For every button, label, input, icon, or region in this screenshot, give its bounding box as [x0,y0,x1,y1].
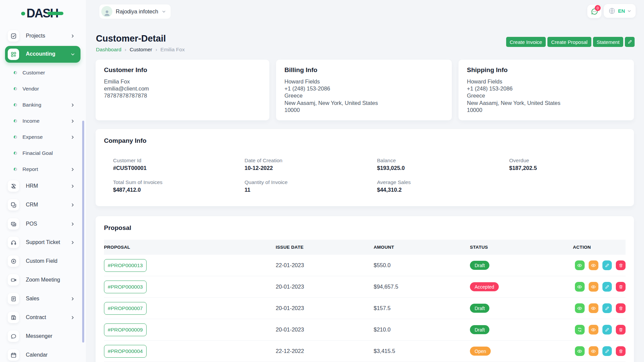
column-action: ACTION [573,245,626,250]
card-title: Shipping Info [467,66,626,74]
sidebar-item-banking[interactable]: Banking [0,98,86,112]
sidebar-item-custom-field[interactable]: Custom Field [0,254,86,268]
globe-icon [608,7,616,15]
sidebar-item-accounting[interactable]: Accounting [5,46,80,63]
convert-button[interactable] [575,325,585,335]
edit-button[interactable] [602,282,612,292]
preview-button[interactable] [589,303,598,313]
sidebar-item-projects[interactable]: Projects [0,28,86,43]
language-selector[interactable]: EN [604,4,636,18]
sidebar-item-vendor[interactable]: Vendor [0,82,86,96]
delete-button[interactable] [616,260,626,270]
sidebar-item-label: POS [26,221,37,227]
preview-button[interactable] [589,325,598,335]
chevron-right-icon [70,222,75,226]
sidebar-item-report[interactable]: Report [0,163,86,176]
breadcrumb-customer[interactable]: Customer [130,47,152,53]
view-button[interactable] [575,346,585,356]
edit-button[interactable] [602,260,612,270]
column-amount: AMOUNT [374,245,470,250]
proposal-link[interactable]: #PROP000009 [104,323,147,336]
table-header: PROPOSAL ISSUE DATE AMOUNT STATUS ACTION [104,240,626,255]
edit-button[interactable] [602,325,612,335]
delete-button[interactable] [616,303,626,313]
chevron-right-icon [70,315,75,320]
support-ticket-icon [8,237,19,248]
sidebar-item-zoom-meeting[interactable]: Zoom Meeting [0,273,86,287]
messages-button[interactable]: 0 [587,5,601,18]
card-title: Proposal [104,224,626,232]
create-invoice-button[interactable]: Create Invoice [506,37,546,47]
amount: $157.5 [374,305,470,311]
view-button[interactable] [575,282,585,292]
proposal-card: Proposal PROPOSAL ISSUE DATE AMOUNT STAT… [96,216,634,362]
preview-button[interactable] [589,282,598,292]
zoom-meeting-icon [8,274,19,286]
chevron-right-icon [70,203,75,207]
customer-phone: 78787878787878 [104,92,261,99]
bullet-icon [14,103,17,107]
status-badge: Open [470,347,491,356]
proposal-link[interactable]: #PROP000013 [104,259,147,272]
logo-dash-bar [47,12,63,15]
pos-icon [8,218,19,230]
sidebar-item-messenger[interactable]: Messenger [0,329,86,344]
sidebar-item-finacial-goal[interactable]: Finacial Goal [0,146,86,160]
bullet-icon [14,152,17,155]
proposal-link[interactable]: #PROP000004 [104,345,147,358]
sidebar-item-expense[interactable]: Expense [0,130,86,144]
chevron-right-icon [70,103,75,107]
language-code: EN [618,8,625,14]
workspace-name: Rajodiya infotech [116,8,158,15]
edit-button[interactable] [602,346,612,356]
statement-button[interactable]: Statement [593,37,623,47]
view-button[interactable] [575,303,585,313]
proposal-link[interactable]: #PROP000007 [104,302,147,315]
billing-zip: 10000 [284,107,443,114]
sidebar-item-crm[interactable]: CRM [0,197,86,212]
status-badge: Draft [470,304,489,313]
create-proposal-button[interactable]: Create Proposal [547,37,591,47]
billing-name: Howard Fields [284,78,443,85]
projects-icon [8,30,19,42]
delete-button[interactable] [616,282,626,292]
sidebar-item-label: Custom Field [26,258,57,264]
edit-button[interactable] [602,303,612,313]
sidebar: DASH Projects Accounting Customer Vendor… [0,0,86,362]
sidebar-item-sales[interactable]: Sales [0,291,86,306]
sidebar-item-label: Customer [22,70,45,76]
shipping-info-card: Shipping Info Howard Fields +1 (248) 153… [459,60,634,120]
sidebar-item-label: Accounting [26,51,55,57]
sidebar-item-hrm[interactable]: HRM [0,179,86,193]
sidebar-item-income[interactable]: Income [0,114,86,128]
chevron-right-icon [70,240,75,245]
sidebar-item-support-ticket[interactable]: Support Ticket [0,235,86,250]
sidebar-item-customer[interactable]: Customer [0,66,86,79]
proposal-link[interactable]: #PROP000003 [104,281,147,293]
breadcrumb-separator: › [125,47,126,52]
workspace-switcher[interactable]: Rajodiya infotech [99,4,171,19]
proposal-table: PROPOSAL ISSUE DATE AMOUNT STATUS ACTION… [104,240,626,362]
preview-button[interactable] [589,346,598,356]
sidebar-scrollbar[interactable] [82,121,84,343]
sidebar-item-pos[interactable]: POS [0,217,86,231]
edit-customer-button[interactable] [625,37,635,47]
sidebar-item-calendar[interactable]: Calendar [0,348,86,362]
chevron-down-icon [70,52,75,57]
delete-button[interactable] [616,325,626,335]
preview-button[interactable] [589,260,598,270]
contract-icon [8,312,19,323]
field-date-of-creation: Date of Creation 10-12-2022 [245,158,377,171]
crm-icon [8,199,19,210]
issue-date: 22-01-2023 [276,262,374,268]
delete-button[interactable] [616,346,626,356]
shipping-name: Howard Fields [467,78,626,85]
avatar [101,6,112,17]
sidebar-item-contract[interactable]: Contract [0,310,86,325]
table-row: #PROP000009 20-01-2023 $210.0 Draft [104,319,626,341]
view-button[interactable] [575,260,585,270]
app-logo[interactable]: DASH [21,7,68,20]
breadcrumb-dashboard[interactable]: Dashboard [96,47,121,53]
notification-badge: 0 [595,5,601,11]
page-actions: Create Invoice Create Proposal Statement [506,37,635,47]
